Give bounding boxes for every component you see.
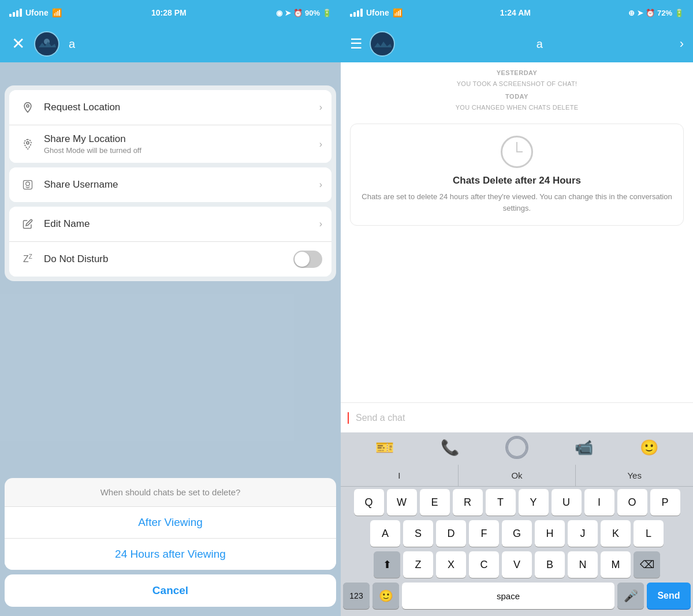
key-r[interactable]: R	[453, 489, 483, 516]
clock-icon	[501, 136, 533, 168]
shift-key[interactable]: ⬆	[374, 551, 400, 578]
left-top-bar: ✕ a	[0, 25, 341, 62]
close-button[interactable]: ✕	[12, 36, 25, 52]
share-location-text: Share My Location Ghost Mode will be tur…	[44, 133, 319, 155]
username-menu-group: Share Username ›	[9, 167, 331, 202]
request-location-item[interactable]: Request Location ›	[9, 90, 331, 125]
space-key[interactable]: space	[402, 583, 614, 609]
emoji-icon[interactable]: 🙂	[640, 439, 658, 457]
send-label: Send	[657, 591, 680, 601]
chat-input-row[interactable]: Send a chat	[341, 402, 693, 432]
cancel-button[interactable]: Cancel	[5, 574, 336, 607]
delete-key[interactable]: ⌫	[634, 551, 660, 578]
24-hours-button[interactable]: 24 Hours after Viewing	[5, 539, 336, 570]
key-z[interactable]: Z	[403, 551, 433, 578]
yesterday-label: YESTERDAY	[341, 69, 693, 76]
key-w[interactable]: W	[387, 489, 417, 516]
alarm-icon: ⏰	[293, 9, 303, 17]
do-not-disturb-text: Do Not Disturb	[44, 253, 293, 265]
chat-notifications: YESTERDAY YOU TOOK A SCREENSHOT OF CHAT!…	[341, 62, 693, 119]
space-label: space	[497, 591, 520, 601]
numbers-key[interactable]: 123	[343, 583, 370, 609]
snap-capture-button[interactable]	[505, 436, 528, 459]
quicktype-key-0[interactable]: I	[341, 465, 459, 486]
edit-menu-group: Edit Name › ZZ Do Not Disturb	[9, 207, 331, 277]
chat-area: YESTERDAY YOU TOOK A SCREENSHOT OF CHAT!…	[341, 62, 693, 402]
edit-name-item[interactable]: Edit Name ›	[9, 207, 331, 242]
right-panel: Ufone 📶 1:24 AM ⊕ ➤ ⏰ 72% 🔋 ☰ a › YESTER…	[341, 0, 693, 616]
key-s[interactable]: S	[403, 520, 433, 547]
key-u[interactable]: U	[552, 489, 582, 516]
key-j[interactable]: J	[568, 520, 598, 547]
battery-icon: 🔋	[322, 9, 331, 17]
key-f[interactable]: F	[469, 520, 499, 547]
share-username-title: Share Username	[44, 179, 319, 191]
key-x[interactable]: X	[436, 551, 466, 578]
nav-icon: ➤	[285, 9, 291, 17]
mic-key[interactable]: 🎤	[617, 583, 644, 609]
do-not-disturb-item[interactable]: ZZ Do Not Disturb	[9, 242, 331, 277]
chat-card-title: Chats Delete after 24 Hours	[360, 175, 674, 186]
right-wifi-icon: 📶	[393, 8, 403, 17]
pencil-icon	[18, 215, 37, 233]
menu-button[interactable]: ☰	[350, 36, 363, 52]
request-location-title: Request Location	[44, 102, 319, 113]
snapchat-ghost-icon	[18, 176, 37, 194]
key-row-3: ⬆ Z X C V B N M ⌫	[341, 549, 693, 580]
text-cursor	[348, 412, 349, 424]
quicktype-key-2[interactable]: Yes	[576, 465, 693, 486]
video-icon[interactable]: 📹	[575, 439, 593, 457]
key-row-1: Q W E R T Y U I O P	[341, 487, 693, 518]
quicktype-key-1[interactable]: Ok	[459, 465, 576, 486]
avatar-right	[370, 31, 395, 57]
key-i[interactable]: I	[584, 489, 614, 516]
right-top-bar: ☰ a ›	[341, 25, 693, 62]
key-d[interactable]: D	[436, 520, 466, 547]
key-n[interactable]: N	[568, 551, 598, 578]
chevron-icon-1: ›	[319, 139, 322, 150]
signal-icon	[9, 9, 22, 17]
share-username-text: Share Username	[44, 179, 319, 191]
key-e[interactable]: E	[420, 489, 450, 516]
location-pin-icon	[18, 98, 37, 117]
send-button[interactable]: Send	[647, 583, 691, 609]
edit-name-text: Edit Name	[44, 218, 319, 230]
share-location-item[interactable]: Share My Location Ghost Mode will be tur…	[9, 125, 331, 163]
chevron-icon-0: ›	[319, 102, 322, 113]
share-location-title: Share My Location	[44, 133, 319, 145]
phone-icon[interactable]: 📞	[441, 439, 459, 457]
key-y[interactable]: Y	[519, 489, 549, 516]
today-label: TODAY	[341, 93, 693, 100]
share-username-item[interactable]: Share Username ›	[9, 167, 331, 202]
do-not-disturb-toggle[interactable]	[293, 251, 322, 268]
key-q[interactable]: Q	[354, 489, 384, 516]
left-status-bar: Ufone 📶 10:28 PM ◉ ➤ ⏰ 90% 🔋	[0, 0, 341, 25]
key-t[interactable]: T	[486, 489, 516, 516]
sticker-icon[interactable]: 🎫	[375, 439, 394, 457]
key-h[interactable]: H	[535, 520, 565, 547]
screenshot-notif: YOU TOOK A SCREENSHOT OF CHAT!	[457, 80, 578, 87]
toggle-thumb	[295, 252, 310, 267]
key-o[interactable]: O	[617, 489, 647, 516]
key-g[interactable]: G	[502, 520, 532, 547]
key-a[interactable]: A	[370, 520, 400, 547]
key-l[interactable]: L	[634, 520, 664, 547]
key-p[interactable]: P	[650, 489, 680, 516]
key-v[interactable]: V	[502, 551, 532, 578]
key-m[interactable]: M	[601, 551, 631, 578]
left-username: a	[69, 38, 75, 51]
sleep-icon: ZZ	[18, 250, 37, 268]
emoji-key[interactable]: 🙂	[372, 583, 399, 609]
right-alarm-icon: ⏰	[646, 9, 655, 17]
left-status-right: ◉ ➤ ⏰ 90% 🔋	[276, 9, 331, 17]
right-chevron-icon[interactable]: ›	[680, 36, 684, 51]
battery-label: 90%	[305, 9, 320, 17]
key-c[interactable]: C	[469, 551, 499, 578]
chat-input-placeholder[interactable]: Send a chat	[356, 413, 686, 423]
key-k[interactable]: K	[601, 520, 631, 547]
after-viewing-button[interactable]: After Viewing	[5, 507, 336, 539]
right-time: 1:24 AM	[500, 8, 531, 17]
right-signal-icon	[350, 9, 363, 17]
svg-point-5	[27, 141, 29, 144]
key-b[interactable]: B	[535, 551, 565, 578]
